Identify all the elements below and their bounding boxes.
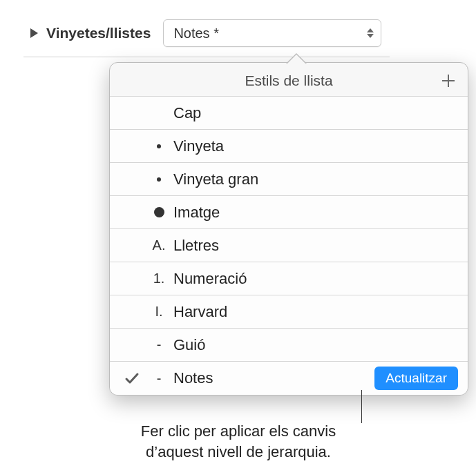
style-list: Cap Vinyeta Vinyeta gran Imatge A. Lletr… bbox=[110, 96, 468, 395]
style-item-imatge[interactable]: Imatge bbox=[110, 196, 468, 229]
style-label: Vinyeta bbox=[171, 137, 458, 155]
callout-leader-line bbox=[361, 390, 362, 423]
callout-line1: Fer clic per aplicar els canvis bbox=[141, 422, 336, 440]
callout-line2: d’aquest nivell de jerarquia. bbox=[146, 443, 331, 460]
marker-letter: A. bbox=[147, 237, 171, 253]
bullet-small-icon bbox=[147, 177, 171, 182]
style-item-lletres[interactable]: A. Lletres bbox=[110, 229, 468, 262]
add-style-button[interactable] bbox=[439, 71, 458, 90]
list-style-select[interactable]: Notes * bbox=[163, 19, 381, 47]
style-item-cap[interactable]: Cap bbox=[110, 97, 468, 130]
style-label: Numeració bbox=[171, 270, 458, 288]
style-label: Vinyeta gran bbox=[171, 170, 458, 188]
style-item-vinyeta[interactable]: Vinyeta bbox=[110, 130, 468, 163]
popover-title-text: Estils de llista bbox=[245, 72, 332, 88]
check-column bbox=[117, 370, 147, 387]
style-item-notes[interactable]: - Notes Actualitzar bbox=[110, 362, 468, 395]
marker-dash: - bbox=[147, 371, 171, 387]
style-item-guio[interactable]: - Guió bbox=[110, 329, 468, 362]
style-item-harvard[interactable]: I. Harvard bbox=[110, 295, 468, 329]
plus-icon bbox=[441, 73, 456, 88]
marker-roman: I. bbox=[147, 304, 171, 320]
bullet-small-icon bbox=[147, 144, 171, 148]
style-label: Cap bbox=[171, 104, 458, 122]
marker-dash: - bbox=[147, 337, 171, 353]
callout-text: Fer clic per aplicar els canvis d’aquest… bbox=[90, 421, 387, 462]
style-label: Guió bbox=[171, 336, 458, 354]
list-styles-popover: Estils de llista Cap Vinyeta Vinyeta gra… bbox=[109, 62, 468, 396]
chevron-updown-icon bbox=[367, 28, 374, 38]
style-item-vinyeta-gran[interactable]: Vinyeta gran bbox=[110, 163, 468, 196]
bullets-lists-section: Vinyetes/llistes Notes * bbox=[23, 14, 390, 57]
bullet-image-icon bbox=[147, 207, 171, 217]
style-item-numeracio[interactable]: 1. Numeració bbox=[110, 262, 468, 295]
style-label: Lletres bbox=[171, 237, 458, 255]
section-label: Vinyetes/llistes bbox=[46, 25, 151, 41]
checkmark-icon bbox=[124, 370, 140, 387]
disclosure-triangle-icon[interactable] bbox=[30, 28, 38, 38]
marker-number: 1. bbox=[147, 271, 171, 286]
inspector-panel: Vinyetes/llistes Notes * bbox=[23, 0, 390, 57]
list-style-selected-value: Notes * bbox=[173, 26, 219, 41]
style-label: Harvard bbox=[171, 303, 458, 321]
update-button[interactable]: Actualitzar bbox=[374, 367, 458, 390]
style-label: Notes bbox=[171, 369, 374, 387]
popover-title: Estils de llista bbox=[110, 63, 468, 96]
style-label: Imatge bbox=[171, 204, 458, 222]
